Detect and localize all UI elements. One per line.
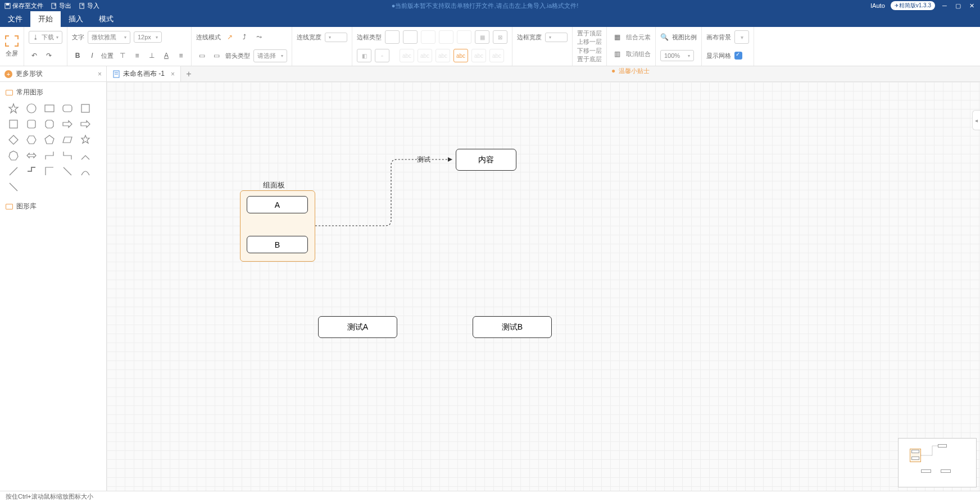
menu-insert[interactable]: 插入: [61, 11, 91, 27]
node-content[interactable]: 内容: [456, 149, 516, 171]
stroke-color-button[interactable]: ▫: [375, 49, 389, 62]
line-mode-3[interactable]: ⤳: [253, 31, 265, 43]
bold-button[interactable]: B: [72, 50, 83, 61]
edge-label[interactable]: 测试: [417, 155, 430, 165]
shape-hexagon[interactable]: [24, 133, 39, 147]
border-solid[interactable]: [385, 30, 400, 44]
font-family-select[interactable]: 微软雅黑▾: [88, 31, 130, 44]
shape-line[interactable]: [6, 180, 21, 194]
shape-connector-5[interactable]: [24, 165, 39, 178]
shape-connector-4[interactable]: [6, 165, 21, 178]
import-button[interactable]: 导入: [79, 2, 99, 10]
shape-rect[interactable]: [42, 102, 57, 115]
abc-5[interactable]: abc: [471, 49, 486, 62]
ungroup-elements[interactable]: 取消组合: [626, 50, 651, 58]
shape-octagon[interactable]: [42, 117, 57, 131]
shape-connector-6[interactable]: [42, 165, 57, 178]
layer-up[interactable]: 上移一层: [577, 38, 602, 46]
group-icon[interactable]: ▦: [611, 31, 623, 43]
abc-3[interactable]: abc: [435, 49, 450, 62]
menu-file[interactable]: 文件: [0, 11, 30, 27]
shape-connector-8[interactable]: [78, 165, 93, 178]
zoom-select[interactable]: 100%▾: [660, 50, 694, 61]
warm-tip[interactable]: 温馨小贴士: [619, 67, 650, 75]
node-b[interactable]: B: [247, 236, 308, 253]
node-test-b[interactable]: 测试B: [473, 316, 552, 338]
shape-connector-3[interactable]: [78, 149, 93, 162]
shape-connector-7[interactable]: [60, 165, 75, 178]
font-size-select[interactable]: 12px▾: [134, 31, 162, 43]
sidebar-close[interactable]: ×: [98, 70, 102, 78]
common-shapes-section[interactable]: 常用图形: [6, 85, 101, 99]
shape-roundsq[interactable]: [24, 117, 39, 131]
border-width-select[interactable]: ▾: [545, 33, 568, 42]
italic-button[interactable]: I: [87, 50, 98, 61]
shape-square2[interactable]: [6, 117, 21, 131]
connector-edge[interactable]: [315, 148, 461, 232]
abc-1[interactable]: abc: [400, 49, 414, 62]
shape-parallelogram[interactable]: [60, 133, 75, 147]
shape-heptagon[interactable]: [6, 149, 21, 162]
border-dash[interactable]: [403, 30, 418, 44]
minimap[interactable]: [898, 438, 977, 487]
border-alt1[interactable]: [439, 30, 453, 44]
shape-arrow-right2[interactable]: [78, 117, 93, 131]
more-shapes-button[interactable]: + 更多形状 ×: [0, 66, 107, 81]
line-style-solid[interactable]: ▭: [196, 50, 207, 61]
abc-6[interactable]: abc: [489, 49, 504, 62]
window-minimize-button[interactable]: ─: [941, 2, 949, 10]
layer-top[interactable]: 置于顶层: [577, 29, 602, 38]
shape-pentagon[interactable]: [42, 133, 57, 147]
ungroup-icon[interactable]: ▥: [611, 48, 623, 60]
canvas[interactable]: 组面板 A B 内容 测试A 测试B 测试 ◂: [107, 82, 980, 491]
border-alt2[interactable]: [457, 30, 471, 44]
node-a[interactable]: A: [247, 196, 308, 213]
menu-start[interactable]: 开始: [30, 11, 61, 27]
redo-button[interactable]: ↷: [43, 50, 55, 61]
shape-diamond[interactable]: [6, 133, 21, 147]
border-none[interactable]: ▦: [475, 30, 489, 44]
layer-bottom[interactable]: 置于底层: [577, 55, 602, 63]
file-tab[interactable]: 未命名画布 -1 ×: [107, 66, 181, 81]
group-panel[interactable]: A B: [240, 190, 315, 262]
line-mode-1[interactable]: ↗: [224, 31, 235, 43]
show-grid-checkbox[interactable]: [734, 52, 742, 60]
shape-connector-1[interactable]: [42, 149, 57, 162]
menu-mode[interactable]: 模式: [91, 11, 121, 27]
shape-star6[interactable]: [78, 133, 93, 147]
file-tab-close[interactable]: ×: [171, 70, 175, 78]
abc-4[interactable]: abc: [453, 49, 468, 62]
shape-star[interactable]: [6, 102, 21, 115]
valign-mid-button[interactable]: ≡: [131, 50, 143, 61]
canvas-collapse-handle[interactable]: ◂: [972, 110, 980, 130]
fill-color-button[interactable]: ◧: [357, 49, 371, 62]
node-test-a[interactable]: 测试A: [318, 316, 397, 338]
align-button[interactable]: ≡: [175, 50, 187, 61]
font-color-button[interactable]: A: [161, 50, 172, 61]
layer-down[interactable]: 下移一层: [577, 47, 602, 55]
valign-top-button[interactable]: ⊤: [117, 50, 128, 61]
window-close-button[interactable]: ✕: [968, 2, 976, 10]
add-tab-button[interactable]: +: [181, 66, 197, 81]
border-dot[interactable]: [421, 30, 435, 44]
undo-button[interactable]: ↶: [29, 50, 40, 61]
shape-arrow-right[interactable]: [60, 117, 75, 131]
line-style-dash[interactable]: ▭: [211, 50, 222, 61]
canvas-bg-picker[interactable]: ▾: [734, 30, 749, 44]
line-mode-2[interactable]: ⤴: [239, 31, 250, 43]
export-button[interactable]: 导出: [51, 2, 71, 10]
shape-circle[interactable]: [24, 102, 39, 115]
shape-roundrect[interactable]: [60, 102, 75, 115]
border-x[interactable]: ⊠: [493, 30, 507, 44]
download-dropdown[interactable]: ⭳ 下载▾: [29, 31, 62, 44]
save-to-file-button[interactable]: 保存至文件: [4, 2, 43, 10]
fullscreen-icon[interactable]: [4, 35, 19, 47]
window-maximize-button[interactable]: ▢: [954, 2, 962, 10]
shape-library-section[interactable]: 图形库: [6, 199, 101, 213]
shape-connector-2[interactable]: [60, 149, 75, 162]
shape-square[interactable]: [78, 102, 93, 115]
shape-arrow-lr[interactable]: [24, 149, 39, 162]
group-elements[interactable]: 组合元素: [626, 33, 651, 42]
arrow-type-select[interactable]: 请选择▾: [253, 49, 287, 62]
abc-2[interactable]: abc: [418, 49, 432, 62]
